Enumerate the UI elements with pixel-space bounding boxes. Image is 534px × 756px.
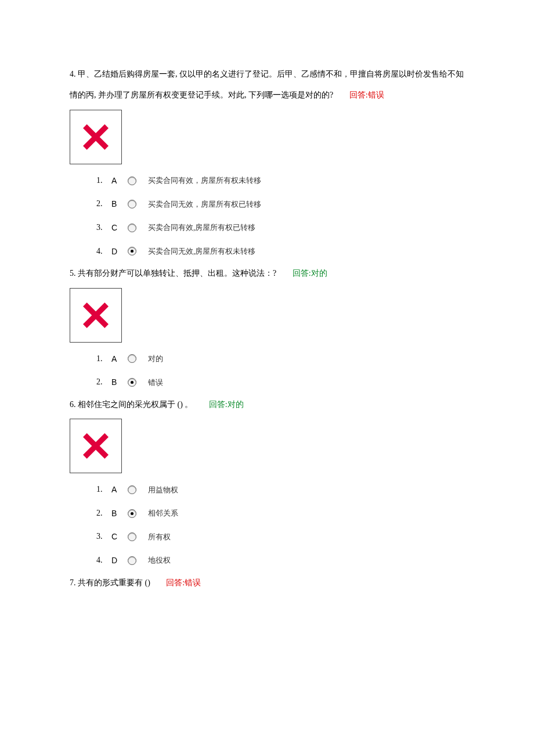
- radio-button[interactable]: [128, 200, 136, 208]
- radio-button[interactable]: [128, 177, 136, 185]
- x-icon: [80, 430, 112, 462]
- radio-button[interactable]: [128, 354, 136, 363]
- question-text: 共有部分财产可以单独转让、抵押、出租。这种说法：?: [78, 269, 276, 278]
- option-row: 3. C 所有权: [96, 525, 464, 549]
- answer-label: 回答:错误: [349, 91, 384, 99]
- result-mark-wrong: [70, 419, 122, 473]
- option-row: 4. D 买卖合同无效,房屋所有权未转移: [96, 240, 464, 264]
- result-mark-wrong: [70, 110, 122, 164]
- question-text: 甲、乙结婚后购得房屋一套, 仅以甲的名义进行了登记。后甲、乙感情不和，甲擅自将房…: [70, 70, 464, 99]
- radio-button[interactable]: [128, 224, 136, 232]
- x-icon: [80, 121, 112, 153]
- question-4-options: 1. A 买卖合同有效，房屋所有权未转移 2. B 买卖合同无效，房屋所有权已转…: [70, 169, 464, 263]
- question-text: 相邻住宅之间的采光权属于 () 。: [78, 400, 193, 409]
- x-icon: [80, 299, 112, 332]
- option-row: 4. D 地役权: [96, 549, 464, 573]
- option-row: 2. B 买卖合同无效，房屋所有权已转移: [96, 192, 464, 216]
- answer-label: 回答:对的: [293, 269, 327, 278]
- question-text: 共有的形式重要有 (): [78, 578, 150, 587]
- radio-button[interactable]: [128, 509, 136, 518]
- option-row: 1. A 买卖合同有效，房屋所有权未转移: [96, 169, 464, 193]
- radio-button[interactable]: [128, 378, 136, 387]
- answer-label: 回答:对的: [209, 400, 244, 409]
- option-row: 2. B 错误: [96, 370, 464, 394]
- question-number: 7.: [70, 578, 76, 587]
- question-6-options: 1. A 用益物权 2. B 相邻关系 3. C 所有权 4. D 地役权: [70, 478, 464, 572]
- question-5-options: 1. A 对的 2. B 错误: [70, 347, 464, 394]
- option-row: 1. A 对的: [96, 347, 464, 371]
- radio-button[interactable]: [128, 485, 136, 494]
- radio-button[interactable]: [128, 247, 136, 255]
- question-6-header: 6. 相邻住宅之间的采光权属于 () 。 回答:对的: [70, 394, 464, 415]
- question-number: 5.: [70, 269, 76, 278]
- question-number: 4.: [70, 70, 76, 78]
- question-number: 6.: [70, 400, 76, 409]
- question-5-header: 5. 共有部分财产可以单独转让、抵押、出租。这种说法：? 回答:对的: [70, 263, 464, 284]
- question-7-header: 7. 共有的形式重要有 () 回答:错误: [70, 573, 464, 593]
- radio-button[interactable]: [128, 532, 136, 541]
- radio-button[interactable]: [128, 556, 136, 565]
- question-4-header: 4. 甲、乙结婚后购得房屋一套, 仅以甲的名义进行了登记。后甲、乙感情不和，甲擅…: [70, 64, 464, 106]
- answer-label: 回答:错误: [166, 578, 201, 587]
- option-row: 1. A 用益物权: [96, 478, 464, 502]
- option-row: 2. B 相邻关系: [96, 502, 464, 525]
- result-mark-wrong: [70, 288, 122, 343]
- option-row: 3. C 买卖合同有效,房屋所有权已转移: [96, 216, 464, 240]
